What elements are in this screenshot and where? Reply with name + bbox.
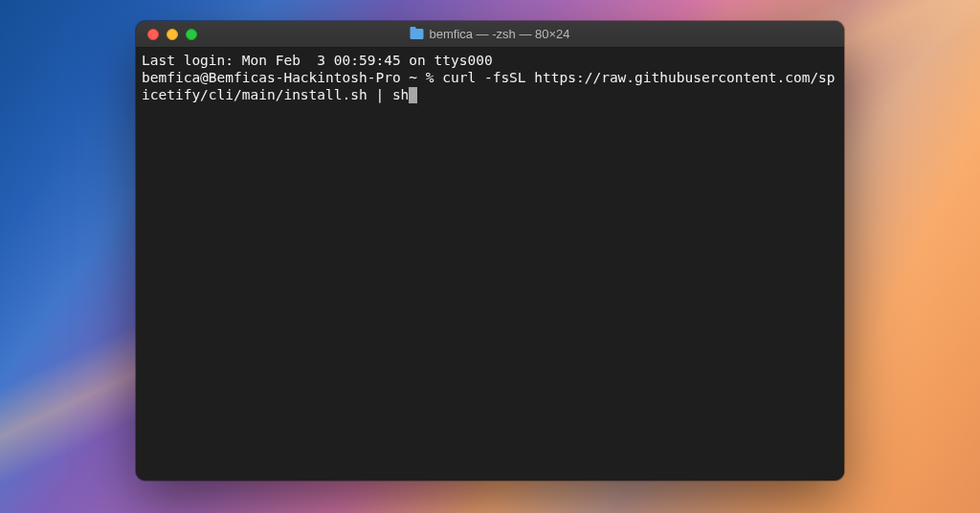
window-titlebar[interactable]: bemfica — -zsh — 80×24: [136, 21, 844, 48]
window-title-container: bemfica — -zsh — 80×24: [410, 27, 569, 41]
minimize-button[interactable]: [167, 29, 178, 40]
cursor: [409, 87, 417, 103]
shell-prompt: bemfica@Bemficas-Hackintosh-Pro ~ %: [142, 70, 442, 85]
traffic-lights: [136, 29, 197, 40]
last-login-line: Last login: Mon Feb 3 00:59:45 on ttys00…: [142, 53, 493, 68]
window-title: bemfica — -zsh — 80×24: [429, 27, 569, 41]
folder-icon: [410, 29, 423, 39]
close-button[interactable]: [147, 29, 159, 40]
maximize-button[interactable]: [186, 29, 197, 40]
terminal-body[interactable]: Last login: Mon Feb 3 00:59:45 on ttys00…: [136, 48, 844, 480]
terminal-window: bemfica — -zsh — 80×24 Last login: Mon F…: [136, 21, 844, 480]
